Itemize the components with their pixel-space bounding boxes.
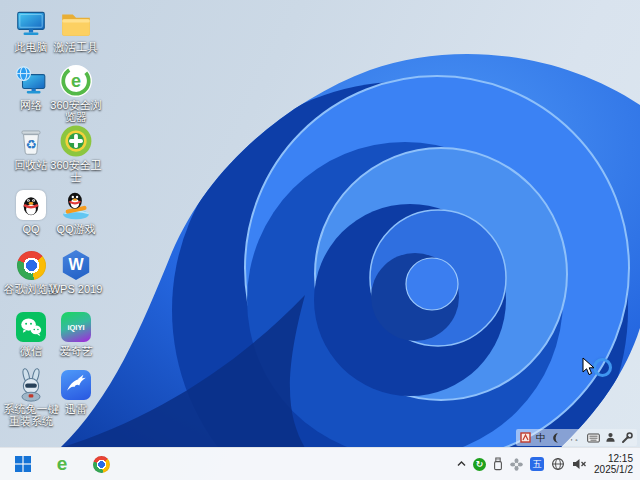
desktop-icon-360-browser[interactable]: e 360安全浏览器	[45, 64, 107, 123]
network-icon	[14, 64, 48, 98]
clock-time: 12:15	[594, 453, 633, 465]
wps-icon: W	[59, 248, 93, 282]
chinese-mode-indicator[interactable]: 中	[536, 433, 546, 443]
desktop-icon-activation-tools-folder[interactable]: 激活工具	[45, 6, 107, 53]
wechat-icon	[14, 310, 48, 344]
desktop-icon-wps[interactable]: W WPS 2019	[45, 248, 107, 295]
driver-flower-icon[interactable]	[510, 456, 523, 472]
svg-text:e: e	[71, 71, 81, 91]
touch-indicator-ring	[593, 358, 612, 377]
360-green-ball-icon[interactable]: ↻	[473, 458, 486, 471]
qq-icon	[14, 188, 48, 222]
qq-games-icon	[59, 188, 93, 222]
recycle-bin-icon: ♻	[14, 124, 48, 158]
hidden-icons-chevron-icon[interactable]	[457, 456, 466, 472]
clock-date: 2025/1/2	[594, 464, 633, 476]
wubi-ime-icon[interactable]: 五	[530, 457, 544, 471]
taskbar-360-browser-icon[interactable]: e	[51, 453, 73, 475]
punctuation-toggle[interactable]: ，。	[568, 433, 582, 443]
thunder-bird-icon	[59, 368, 93, 402]
icon-label: QQ游戏	[45, 223, 107, 235]
chrome-icon	[14, 248, 48, 282]
desktop-icon-iqiyi[interactable]: iQIYI 爱奇艺	[45, 310, 107, 357]
ime-logo-icon[interactable]	[520, 430, 531, 446]
icon-label: 爱奇艺	[45, 345, 107, 357]
icon-label: 360安全浏览器	[45, 99, 107, 123]
360-safe-icon	[59, 124, 93, 158]
usb-eject-icon[interactable]	[493, 456, 503, 472]
icon-label: 迅雷	[45, 403, 107, 415]
desktop-icon-qq-games[interactable]: QQ游戏	[45, 188, 107, 235]
taskbar: e ↻ 五	[0, 447, 640, 480]
taskbar-clock[interactable]: 12:15 2025/1/2	[594, 453, 635, 476]
language-bar[interactable]: 中 ，。	[516, 429, 637, 446]
icon-label: WPS 2019	[45, 283, 107, 295]
settings-wrench-icon[interactable]	[621, 430, 633, 446]
network-globe-icon[interactable]	[551, 456, 565, 472]
full-half-width-moon-icon[interactable]	[551, 430, 563, 446]
rabbit-mascot-icon	[14, 368, 48, 402]
this-pc-icon	[14, 6, 48, 40]
svg-text:♻: ♻	[25, 137, 36, 152]
mouse-cursor	[582, 357, 595, 380]
start-button[interactable]	[12, 453, 34, 475]
360-browser-icon: e	[59, 64, 93, 98]
soft-keyboard-icon[interactable]	[587, 430, 600, 446]
icon-label: 360安全卫士	[45, 159, 107, 183]
desktop-icon-360-safe[interactable]: 360安全卫士	[45, 124, 107, 183]
taskbar-chrome-icon[interactable]	[90, 453, 112, 475]
icon-label: 激活工具	[45, 41, 107, 53]
folder-icon	[59, 6, 93, 40]
desktop-icon-thunder[interactable]: 迅雷	[45, 368, 107, 415]
person-icon[interactable]	[605, 430, 616, 446]
volume-muted-icon[interactable]	[572, 456, 587, 472]
iqiyi-icon: iQIYI	[59, 310, 93, 344]
